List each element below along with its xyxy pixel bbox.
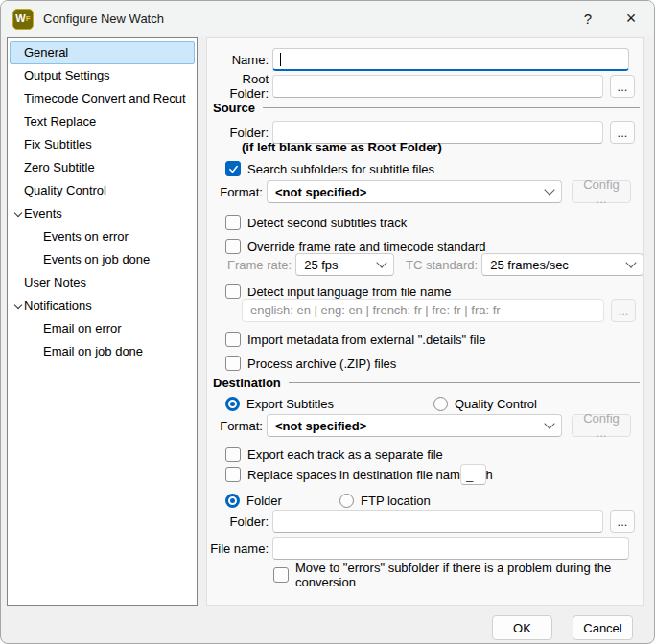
sidebar-item-fix-subtitles[interactable]: Fix Subtitles [10, 133, 195, 156]
cancel-button[interactable]: Cancel [573, 615, 633, 640]
destination-format-dropdown[interactable]: <not specified> [267, 414, 562, 437]
sidebar-item-events-on-job-done[interactable]: Events on job done [10, 248, 195, 271]
chevron-down-icon [544, 418, 554, 428]
root-folder-browse-button[interactable]: ... [610, 75, 635, 98]
root-folder-input[interactable] [272, 75, 603, 98]
folder-radio-label[interactable]: Folder [246, 494, 282, 508]
source-format-label: Format: [207, 185, 263, 199]
process-zip-label[interactable]: Process archive (.ZIP) files [247, 356, 396, 371]
replace-spaces-label[interactable]: Replace spaces in destination file name … [247, 468, 493, 482]
import-metadata-checkbox[interactable] [225, 332, 241, 347]
detect-second-track-label[interactable]: Detect second subtitles track [247, 216, 407, 230]
frame-rate-label: Frame rate: [227, 258, 292, 272]
close-button[interactable]: × [608, 1, 654, 36]
name-label: Name: [207, 53, 269, 67]
process-zip-checkbox[interactable] [225, 356, 241, 371]
chevron-down-icon[interactable] [14, 301, 22, 309]
sidebar-item-label: Events on job done [43, 252, 150, 266]
sidebar-item-general[interactable]: General [10, 41, 195, 64]
sidebar-item-label: Email on job done [43, 344, 143, 358]
move-errors-label[interactable]: Move to "errors" subfolder if there is a… [295, 561, 643, 589]
source-section-divider [263, 107, 640, 108]
sidebar-item-label: Timecode Convert and Recut [24, 91, 186, 105]
source-section-header: Source [213, 101, 255, 115]
main-panel: Name: Root Folder: ... Source Folder: ..… [206, 37, 644, 606]
configure-new-watch-dialog: WF Configure New Watch ? × GeneralOutput… [0, 0, 655, 644]
quality-control-label[interactable]: Quality Control [455, 397, 537, 411]
sidebar-item-label: Zero Subtitle [24, 160, 95, 174]
sidebar-item-label: Fix Subtitles [24, 137, 92, 151]
destination-folder-browse-button[interactable]: ... [610, 510, 635, 533]
replace-spaces-checkbox[interactable] [225, 467, 241, 482]
app-icon: WF [12, 9, 34, 30]
titlebar: WF Configure New Watch ? × [1, 1, 654, 36]
chevron-down-icon[interactable] [14, 209, 22, 217]
root-folder-hint: (if left blank same as Root Folder) [242, 140, 442, 154]
name-input[interactable] [272, 48, 629, 71]
sidebar-item-output-settings[interactable]: Output Settings [10, 64, 195, 87]
frame-rate-dropdown: 25 fps [295, 253, 394, 276]
sidebar-item-email-on-job-done[interactable]: Email on job done [10, 340, 195, 363]
tc-standard-label: TC standard: [406, 258, 478, 272]
sidebar-item-label: Text Replace [24, 114, 96, 128]
destination-format-label: Format: [207, 419, 263, 433]
export-each-track-label[interactable]: Export each track as a separate file [247, 448, 443, 462]
quality-control-radio[interactable] [433, 397, 448, 411]
destination-folder-label: Folder: [207, 515, 269, 529]
check-icon [228, 164, 239, 174]
source-folder-browse-button[interactable]: ... [610, 121, 635, 144]
sidebar-item-quality-control[interactable]: Quality Control [10, 179, 195, 202]
replace-char-input[interactable] [460, 464, 486, 485]
chevron-down-icon [544, 184, 554, 195]
override-framerate-label[interactable]: Override frame rate and timecode standar… [247, 240, 486, 254]
window-title: Configure New Watch [43, 12, 164, 26]
destination-folder-input[interactable] [272, 510, 603, 533]
sidebar-item-events-on-error[interactable]: Events on error [10, 225, 195, 248]
help-button[interactable]: ? [568, 1, 608, 36]
sidebar-item-email-on-error[interactable]: Email on error [10, 317, 195, 340]
folder-radio[interactable] [225, 494, 240, 508]
app-icon-letter-f: F [26, 15, 31, 23]
move-errors-checkbox[interactable] [273, 567, 289, 583]
sidebar-item-zero-subtitle[interactable]: Zero Subtitle [10, 156, 195, 179]
sidebar-item-text-replace[interactable]: Text Replace [10, 110, 195, 133]
ok-button[interactable]: OK [492, 615, 552, 640]
source-folder-label: Folder: [207, 126, 269, 140]
sidebar-item-label: Events [24, 206, 62, 220]
source-config-button: Config ... [572, 180, 631, 203]
sidebar-item-label: Notifications [24, 298, 92, 312]
sidebar-item-label: Email on error [43, 321, 122, 335]
ftp-location-label[interactable]: FTP location [361, 494, 431, 508]
override-framerate-checkbox[interactable] [225, 239, 241, 254]
export-subtitles-radio[interactable] [225, 397, 240, 411]
source-format-dropdown[interactable]: <not specified> [267, 180, 562, 203]
sidebar-item-timecode-convert-and-recut[interactable]: Timecode Convert and Recut [10, 87, 195, 110]
sidebar-item-notifications[interactable]: Notifications [10, 294, 195, 317]
import-metadata-label[interactable]: Import metadata from external ".details"… [247, 333, 485, 347]
sidebar-item-label: Quality Control [24, 183, 106, 197]
detect-language-label[interactable]: Detect input language from file name [247, 285, 451, 299]
destination-section-header: Destination [213, 376, 281, 390]
sidebar-item-label: User Notes [24, 275, 86, 289]
destination-config-button: Config ... [572, 414, 631, 437]
search-subfolders-label[interactable]: Search subfolders for subtitle files [247, 162, 434, 176]
export-each-track-checkbox[interactable] [225, 447, 241, 462]
file-name-label: File name: [207, 541, 269, 556]
sidebar-item-label: Events on error [43, 229, 129, 243]
export-subtitles-label[interactable]: Export Subtitles [246, 397, 334, 411]
sidebar-item-user-notes[interactable]: User Notes [10, 271, 195, 294]
sidebar-item-events[interactable]: Events [10, 202, 195, 225]
language-map-browse-button: ... [611, 299, 636, 322]
detect-second-track-checkbox[interactable] [225, 215, 241, 230]
ftp-location-radio[interactable] [339, 494, 354, 508]
sidebar: GeneralOutput SettingsTimecode Convert a… [7, 37, 198, 606]
text-caret [280, 53, 281, 66]
detect-language-checkbox[interactable] [225, 284, 241, 299]
destination-section-divider [289, 382, 640, 383]
language-map-input: english: en | eng: en | french: fr | fre… [242, 299, 604, 322]
sidebar-item-label: General [24, 45, 68, 59]
search-subfolders-checkbox[interactable] [225, 161, 241, 176]
file-name-input[interactable] [272, 537, 629, 560]
app-icon-letter-w: W [15, 13, 25, 24]
chevron-down-icon [376, 257, 386, 267]
